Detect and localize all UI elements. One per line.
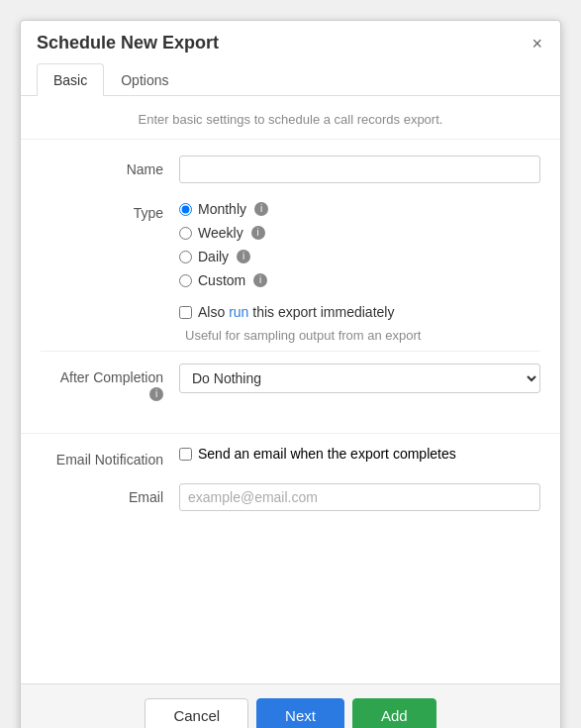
email-label: Email: [41, 483, 179, 505]
after-completion-select[interactable]: Do Nothing: [179, 364, 540, 393]
run-immediately-label: Also run this export immediately: [198, 304, 394, 320]
email-control: [179, 483, 540, 511]
next-button[interactable]: Next: [256, 698, 344, 728]
run-immediately-hint: Useful for sampling output from an expor…: [185, 328, 540, 343]
radio-weekly[interactable]: Weekly i: [179, 225, 540, 241]
info-icon-custom[interactable]: i: [253, 273, 267, 287]
email-notification-row: Email Notification Send an email when th…: [41, 446, 540, 468]
radio-monthly-input[interactable]: [179, 203, 192, 216]
name-label: Name: [41, 156, 179, 177]
radio-daily-label: Daily: [198, 249, 229, 264]
radio-monthly-label: Monthly: [198, 201, 246, 217]
radio-custom-label: Custom: [198, 272, 245, 288]
run-immediately-row[interactable]: Also run this export immediately: [179, 304, 540, 320]
email-notification-checkbox[interactable]: [179, 448, 192, 461]
name-row: Name: [41, 156, 540, 183]
dialog-header: Schedule New Export ×: [21, 21, 560, 53]
radio-daily-input[interactable]: [179, 251, 192, 263]
info-icon-daily[interactable]: i: [237, 250, 250, 263]
type-control: Monthly i Weekly i Daily i: [179, 199, 540, 288]
name-input[interactable]: [179, 156, 540, 183]
after-completion-row: After Completion i Do Nothing: [41, 364, 540, 401]
cancel-button[interactable]: Cancel: [145, 698, 248, 728]
radio-custom[interactable]: Custom i: [179, 272, 540, 288]
email-notification-label: Email Notification: [41, 446, 179, 468]
info-icon-after-completion[interactable]: i: [149, 387, 163, 401]
run-link[interactable]: run: [229, 304, 248, 320]
email-row: Email: [41, 483, 540, 511]
email-notification-checkbox-label[interactable]: Send an email when the export completes: [179, 446, 540, 462]
radio-weekly-input[interactable]: [179, 227, 192, 240]
form-section-name: Name Type Monthly i: [21, 140, 560, 433]
radio-monthly[interactable]: Monthly i: [179, 201, 540, 217]
schedule-export-dialog: Schedule New Export × Basic Options Ente…: [20, 20, 561, 728]
dialog-title: Schedule New Export: [37, 33, 219, 53]
add-button[interactable]: Add: [352, 698, 436, 728]
type-row: Type Monthly i Weekly i: [41, 199, 540, 288]
help-text: Enter basic settings to schedule a call …: [21, 96, 560, 140]
tab-basic[interactable]: Basic: [37, 63, 104, 96]
tab-bar: Basic Options: [21, 63, 560, 96]
email-input[interactable]: [179, 483, 540, 511]
type-radio-group: Monthly i Weekly i Daily i: [179, 199, 540, 288]
info-icon-weekly[interactable]: i: [251, 226, 265, 240]
after-completion-label: After Completion i: [41, 364, 179, 401]
run-immediately-checkbox[interactable]: [179, 306, 192, 319]
close-button[interactable]: ×: [530, 35, 544, 52]
email-notification-control: Send an email when the export completes: [179, 446, 540, 462]
dialog-footer: Cancel Next Add: [21, 683, 560, 728]
email-notification-text: Send an email when the export completes: [198, 446, 456, 462]
radio-custom-input[interactable]: [179, 274, 192, 287]
info-icon-monthly[interactable]: i: [254, 202, 268, 216]
spacer: [21, 543, 560, 662]
name-control: [179, 156, 540, 183]
dialog-body: Enter basic settings to schedule a call …: [21, 96, 560, 683]
radio-daily[interactable]: Daily i: [179, 249, 540, 264]
divider: [41, 351, 540, 352]
after-completion-control: Do Nothing: [179, 364, 540, 393]
tab-options[interactable]: Options: [104, 63, 185, 96]
radio-weekly-label: Weekly: [198, 225, 243, 241]
email-section: Email Notification Send an email when th…: [21, 433, 560, 543]
type-label: Type: [41, 199, 179, 221]
